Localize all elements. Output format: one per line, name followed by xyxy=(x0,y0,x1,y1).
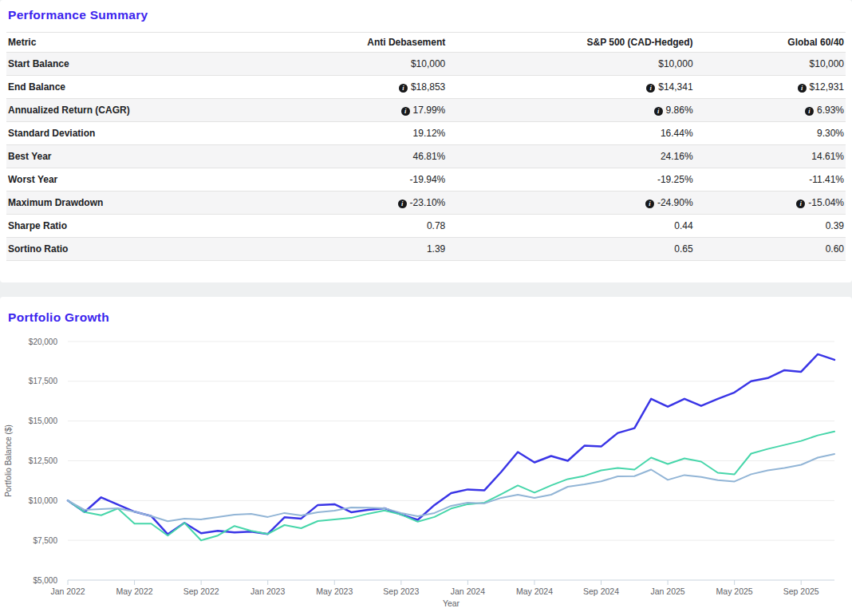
table-row-maximum-drawdown: Maximum Drawdowni-23.10%i-24.90%i-15.04% xyxy=(6,192,846,215)
y-tick-label: $7,500 xyxy=(33,536,57,545)
value-cell: i17.99% xyxy=(266,99,447,122)
value-cell: i$12,931 xyxy=(695,76,846,99)
x-tick-label: Jan 2024 xyxy=(451,586,485,596)
performance-summary-section: Performance Summary MetricAnti Debasemen… xyxy=(0,0,852,282)
table-header: MetricAnti DebasementS&P 500 (CAD-Hedged… xyxy=(6,33,846,53)
column-header-anti-debasement: Anti Debasement xyxy=(266,33,447,53)
table-row-annualized-return-cagr: Annualized Return (CAGR)i17.99%i9.86%i6.… xyxy=(6,99,846,122)
value-cell: $10,000 xyxy=(447,53,694,76)
value-cell: 0.39 xyxy=(695,215,846,238)
value-cell: 24.16% xyxy=(447,145,694,168)
value-cell: 16.44% xyxy=(447,122,694,145)
value-cell: i9.86% xyxy=(447,99,694,122)
value-cell: -11.41% xyxy=(695,168,846,192)
metric-cell: Standard Deviation xyxy=(6,122,266,145)
x-tick-label: Jan 2025 xyxy=(650,586,684,596)
series-line-global-60-40 xyxy=(68,454,834,521)
x-tick-label: May 2025 xyxy=(716,586,753,596)
metric-cell: End Balance xyxy=(6,76,266,99)
info-icon[interactable]: i xyxy=(796,199,805,208)
x-tick-label: Jan 2022 xyxy=(50,586,85,596)
table-header-row: MetricAnti DebasementS&P 500 (CAD-Hedged… xyxy=(6,33,846,53)
value-cell: i$18,853 xyxy=(266,76,447,99)
table-row-start-balance: Start Balance$10,000$10,000$10,000 xyxy=(6,53,846,76)
table-body: Start Balance$10,000$10,000$10,000End Ba… xyxy=(6,53,846,261)
y-tick-label: $15,000 xyxy=(29,417,58,425)
y-axis-title: Portfolio Balance ($) xyxy=(4,424,13,497)
portfolio-growth-section: Portfolio Growth $20,000$17,500$15,000$1… xyxy=(0,297,852,616)
performance-summary-table: MetricAnti DebasementS&P 500 (CAD-Hedged… xyxy=(6,32,846,261)
y-tick-label: $20,000 xyxy=(29,338,58,346)
info-icon[interactable]: i xyxy=(401,107,410,116)
metric-cell: Annualized Return (CAGR) xyxy=(6,99,266,122)
value-cell: 14.61% xyxy=(695,145,846,168)
value-cell: 0.44 xyxy=(447,215,694,238)
info-icon[interactable]: i xyxy=(654,107,663,116)
performance-summary-title: Performance Summary xyxy=(8,8,846,22)
info-icon[interactable]: i xyxy=(798,84,807,93)
value-cell: 0.60 xyxy=(695,238,846,261)
y-tick-label: $12,500 xyxy=(29,456,58,465)
table-row-worst-year: Worst Year-19.94%-19.25%-11.41% xyxy=(6,168,846,192)
x-tick-label: May 2023 xyxy=(316,586,353,596)
value-cell: $10,000 xyxy=(266,53,447,76)
info-icon[interactable]: i xyxy=(805,107,814,116)
info-icon[interactable]: i xyxy=(645,199,654,208)
y-tick-label: $17,500 xyxy=(29,377,58,385)
value-cell: 9.30% xyxy=(695,122,846,145)
y-tick-label: $5,000 xyxy=(33,576,57,585)
portfolio-growth-chart: $20,000$17,500$15,000$12,500$10,000$7,50… xyxy=(0,331,852,612)
x-tick-label: Sep 2024 xyxy=(583,586,619,596)
column-header-global-60-40: Global 60/40 xyxy=(695,33,846,53)
x-tick-label: Sep 2023 xyxy=(383,586,419,596)
value-cell: 0.65 xyxy=(447,238,694,261)
x-tick-label: Sep 2022 xyxy=(183,586,219,596)
table-row-end-balance: End Balancei$18,853i$14,341i$12,931 xyxy=(6,76,846,99)
metric-cell: Start Balance xyxy=(6,53,266,76)
table-row-best-year: Best Year46.81%24.16%14.61% xyxy=(6,145,846,168)
value-cell: 0.78 xyxy=(266,215,447,238)
value-cell: i-23.10% xyxy=(266,192,447,215)
value-cell: 1.39 xyxy=(266,238,447,261)
value-cell: -19.94% xyxy=(266,168,447,192)
x-tick-label: May 2024 xyxy=(516,586,553,596)
value-cell: i$14,341 xyxy=(447,76,694,99)
x-tick-label: May 2022 xyxy=(116,586,153,596)
portfolio-growth-title: Portfolio Growth xyxy=(8,310,852,325)
chart-area: $20,000$17,500$15,000$12,500$10,000$7,50… xyxy=(0,331,852,615)
value-cell: i-24.90% xyxy=(447,192,694,215)
x-axis-title: Year xyxy=(443,598,460,608)
section-divider xyxy=(0,282,852,297)
info-icon[interactable]: i xyxy=(399,84,408,93)
metric-cell: Best Year xyxy=(6,145,266,168)
value-cell: i6.93% xyxy=(695,99,846,122)
metric-cell: Worst Year xyxy=(6,168,266,192)
table-row-sharpe-ratio: Sharpe Ratio0.780.440.39 xyxy=(6,215,846,238)
y-tick-label: $10,000 xyxy=(29,496,58,505)
value-cell: 46.81% xyxy=(266,145,447,168)
table-row-standard-deviation: Standard Deviation19.12%16.44%9.30% xyxy=(6,122,846,145)
value-cell: i-15.04% xyxy=(695,192,846,215)
metric-cell: Maximum Drawdown xyxy=(6,192,266,215)
x-tick-label: Jan 2023 xyxy=(250,586,285,596)
info-icon[interactable]: i xyxy=(398,199,407,208)
value-cell: 19.12% xyxy=(266,122,447,145)
value-cell: $10,000 xyxy=(695,53,846,76)
info-icon[interactable]: i xyxy=(646,84,655,93)
x-tick-label: Sep 2025 xyxy=(783,586,819,596)
column-header-s-p-500-cad-hedged: S&P 500 (CAD-Hedged) xyxy=(447,33,694,53)
value-cell: -19.25% xyxy=(447,168,694,192)
column-header-metric: Metric xyxy=(6,33,266,53)
metric-cell: Sortino Ratio xyxy=(6,238,266,261)
metric-cell: Sharpe Ratio xyxy=(6,215,266,238)
series-line-s-p-500-cad-hedged xyxy=(68,432,834,540)
table-row-sortino-ratio: Sortino Ratio1.390.650.60 xyxy=(6,238,846,261)
